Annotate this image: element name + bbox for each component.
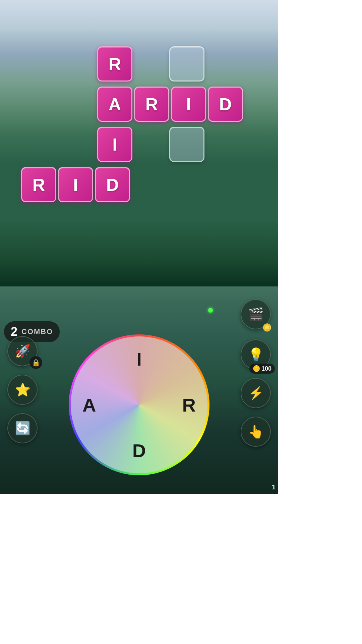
tile-empty-top <box>169 46 204 82</box>
green-dot-indicator <box>208 308 213 313</box>
lightning-button[interactable]: ⚡ <box>241 378 271 408</box>
hand-button[interactable]: 👆 <box>241 417 271 447</box>
star-button[interactable]: ⭐ <box>7 375 38 405</box>
tile-r-bot: R <box>21 167 56 202</box>
tile-r-top: R <box>97 46 132 82</box>
combo-number: 2 <box>11 325 17 339</box>
wheel-letter-left: A <box>82 394 96 416</box>
tile-i-mid: I <box>171 87 206 122</box>
tile-d-right: D <box>208 87 243 122</box>
coins-icon: 🪙 <box>262 323 272 332</box>
combo-badge: 2 COMBO <box>4 321 60 342</box>
wheel-ring: I A R D <box>69 334 209 475</box>
tile-r-mid: R <box>134 87 169 122</box>
wheel-letter-bottom: D <box>132 440 146 462</box>
small-number-badge: 1 <box>272 483 276 491</box>
combo-label: COMBO <box>21 327 53 336</box>
tile-a: A <box>97 87 132 122</box>
tile-empty-bot <box>169 127 204 162</box>
tile-i-bot: I <box>58 167 93 202</box>
hint-coins-badge: 🪙 100 <box>249 364 275 374</box>
wheel-inner: I A R D <box>71 336 207 473</box>
wheel-letter-right: R <box>182 394 196 416</box>
refresh-button[interactable]: 🔄 <box>7 413 38 443</box>
lock-icon: 🔒 <box>29 356 42 369</box>
tile-d-bot: D <box>95 167 130 202</box>
tile-i-col: I <box>97 127 132 162</box>
letter-wheel[interactable]: I A R D <box>69 334 209 475</box>
wheel-letter-top: I <box>136 348 142 370</box>
hint-coins-count: 100 <box>261 365 272 372</box>
game-area: R A R I D I R I D 2 COMBO I A R D <box>0 0 278 494</box>
